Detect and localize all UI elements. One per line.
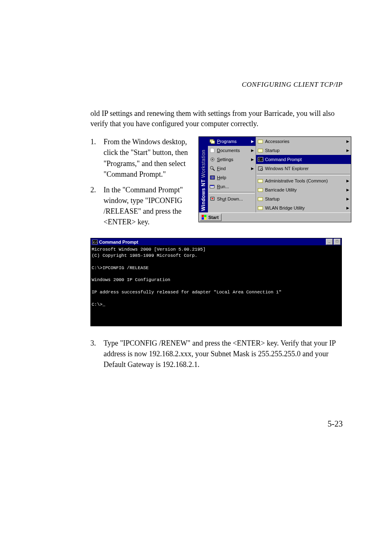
svg-rect-1 xyxy=(211,141,215,144)
svg-text:?: ? xyxy=(212,176,214,180)
folder-icon xyxy=(258,138,263,144)
submenu-startup2-label: Startup xyxy=(265,196,279,201)
submenu-startup[interactable]: Startup ▶ xyxy=(256,146,351,155)
start-button-label: Start xyxy=(208,215,219,220)
svg-rect-21 xyxy=(258,207,263,210)
menu-run-label: Run... xyxy=(217,184,229,189)
intro-paragraph: old IP settings and renewing them with s… xyxy=(90,108,343,129)
svg-rect-23 xyxy=(204,215,206,217)
start-button[interactable]: Start xyxy=(200,214,221,221)
menu-settings-label: Settings xyxy=(217,157,233,162)
submenu-accessories-label: Accessories xyxy=(265,139,289,144)
cmd-title-icon: C:\ xyxy=(92,239,98,245)
svg-rect-19 xyxy=(258,189,263,192)
command-prompt-window: C:\ Command Prompt _ □ Microsoft Windows… xyxy=(90,238,342,326)
menu-help-label: Help xyxy=(217,175,226,180)
submenu-explorer-label: Windows NT Explorer xyxy=(265,166,309,171)
folder-icon xyxy=(258,196,263,202)
menu-find-label: Find xyxy=(217,166,226,171)
documents-icon xyxy=(210,148,215,153)
submenu-arrow-icon: ▶ xyxy=(346,197,349,201)
submenu-accessories[interactable]: Accessories ▶ xyxy=(256,137,351,146)
submenu-arrow-icon: ▶ xyxy=(251,157,254,161)
step-1-num: 1. xyxy=(90,136,104,179)
menu-separator xyxy=(209,192,255,194)
cmd-icon: C:\ xyxy=(258,157,263,162)
step-1-text: From the Windows desktop, click the "Sta… xyxy=(104,136,191,179)
shutdown-icon xyxy=(210,196,215,202)
submenu-wlan-label: WLAN Bridge Utility xyxy=(265,205,305,210)
svg-point-3 xyxy=(212,159,213,161)
folder-icon xyxy=(258,205,263,211)
svg-rect-12 xyxy=(258,140,263,143)
step-1: 1. From the Windows desktop, click the "… xyxy=(90,136,191,179)
minimize-button[interactable]: _ xyxy=(326,239,333,245)
step-2-num: 2. xyxy=(90,185,104,227)
svg-point-4 xyxy=(210,166,213,169)
page-header: CONFIGURING CLIENT TCP/IP xyxy=(90,81,343,89)
menu-find[interactable]: Find ▶ xyxy=(208,164,256,173)
svg-rect-22 xyxy=(202,215,204,217)
svg-text:C:\: C:\ xyxy=(259,158,263,161)
page-number: 5-23 xyxy=(90,419,343,429)
svg-line-5 xyxy=(213,169,214,171)
submenu-wlan-bridge[interactable]: WLAN Bridge Utility ▶ xyxy=(256,203,351,212)
svg-rect-25 xyxy=(204,217,206,219)
submenu-arrow-icon: ▶ xyxy=(251,148,254,152)
menu-help[interactable]: ? Help xyxy=(208,173,256,182)
submenu-startup-label: Startup xyxy=(265,148,279,153)
run-icon xyxy=(210,184,215,189)
menu-run[interactable]: Run... xyxy=(208,182,256,191)
folder-icon xyxy=(258,178,263,184)
svg-rect-18 xyxy=(258,180,263,183)
submenu-startup-common[interactable]: Startup ▶ xyxy=(256,194,351,203)
cmd-titlebar: C:\ Command Prompt _ □ xyxy=(91,238,341,245)
find-icon xyxy=(210,166,215,171)
svg-point-11 xyxy=(212,198,213,200)
submenu-command-prompt[interactable]: C:\ Command Prompt xyxy=(256,155,351,164)
folder-icon xyxy=(258,148,263,153)
explorer-icon xyxy=(258,166,263,171)
menu-documents-label: Documents xyxy=(217,148,240,153)
start-menu-screenshot: Windows NT Workstation Programs ▶ Docume… xyxy=(198,136,351,222)
submenu-arrow-icon: ▶ xyxy=(346,179,349,183)
step-2: 2. In the "Command Prompt" window, type … xyxy=(90,185,191,227)
menu-programs-label: Programs xyxy=(217,139,237,144)
submenu-arrow-icon: ▶ xyxy=(346,148,349,152)
submenu-admintools-label: Administrative Tools (Common) xyxy=(265,178,328,183)
help-icon: ? xyxy=(210,175,215,180)
menu-programs[interactable]: Programs ▶ xyxy=(208,137,256,146)
submenu-arrow-icon: ▶ xyxy=(346,206,349,210)
windows-logo-icon xyxy=(201,215,207,220)
step-3: 3. Type "IPCONFIG /RENEW" and press the … xyxy=(90,338,343,370)
svg-rect-13 xyxy=(258,149,263,152)
cmd-output: Microsoft Windows 2000 [Version 5.00.219… xyxy=(91,245,341,326)
menu-settings[interactable]: Settings ▶ xyxy=(208,155,256,164)
maximize-button[interactable]: □ xyxy=(334,239,341,245)
step-3-num: 3. xyxy=(90,338,104,348)
start-menu-band: Windows NT Workstation xyxy=(199,137,208,212)
step-3-text: Type "IPCONFIG /RENEW" and press the <EN… xyxy=(104,338,343,370)
submenu-cmd-label: Command Prompt xyxy=(265,157,302,162)
submenu-admin-tools[interactable]: Administrative Tools (Common) ▶ xyxy=(256,176,351,185)
submenu-barricade-label: Barricade Utility xyxy=(265,187,297,192)
settings-icon xyxy=(210,157,215,162)
submenu-arrow-icon: ▶ xyxy=(251,139,254,143)
menu-shutdown-label: Shut Down... xyxy=(217,196,243,201)
folder-icon xyxy=(258,187,263,193)
step-2-text: In the "Command Prompt" window, type "IP… xyxy=(104,185,191,227)
programs-icon xyxy=(210,138,215,144)
svg-rect-9 xyxy=(210,186,214,187)
cmd-title-text: Command Prompt xyxy=(99,240,138,245)
submenu-arrow-icon: ▶ xyxy=(251,166,254,171)
svg-rect-24 xyxy=(202,217,204,219)
menu-shutdown[interactable]: Shut Down... xyxy=(208,194,256,203)
menu-documents[interactable]: Documents ▶ xyxy=(208,146,256,155)
submenu-arrow-icon: ▶ xyxy=(346,188,349,192)
submenu-barricade[interactable]: Barricade Utility ▶ xyxy=(256,185,351,194)
svg-rect-20 xyxy=(258,198,263,201)
submenu-arrow-icon: ▶ xyxy=(346,139,349,143)
menu-separator xyxy=(257,174,350,175)
submenu-nt-explorer[interactable]: Windows NT Explorer xyxy=(256,164,351,173)
svg-text:C:\: C:\ xyxy=(93,240,98,243)
